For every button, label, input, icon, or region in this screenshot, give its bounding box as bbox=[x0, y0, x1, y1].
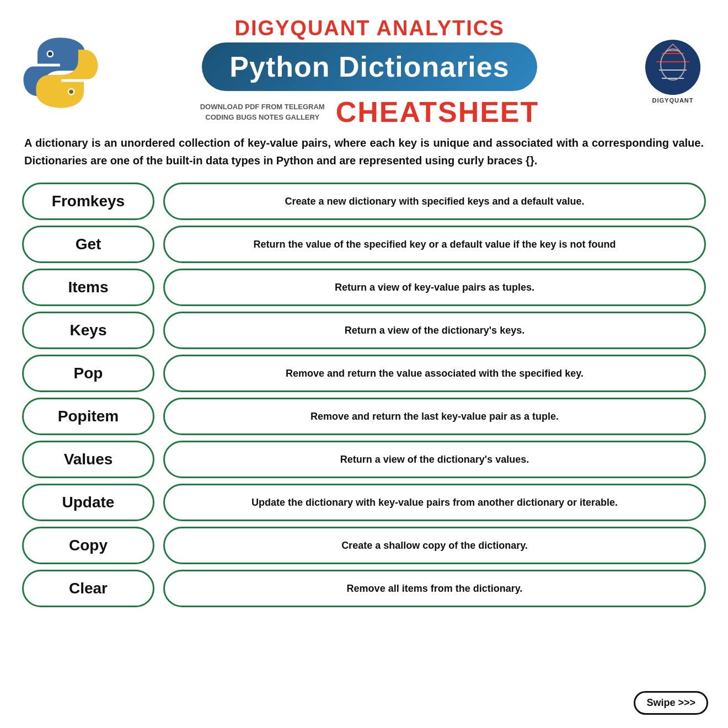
method-name-label: Values bbox=[64, 451, 113, 468]
method-desc-label: Remove and return the value associated w… bbox=[286, 368, 584, 379]
method-desc-pill: Create a new dictionary with specified k… bbox=[163, 183, 706, 220]
method-desc-pill: Create a shallow copy of the dictionary. bbox=[163, 527, 706, 564]
method-name-label: Keys bbox=[70, 322, 107, 339]
method-name-pill[interactable]: Get bbox=[22, 226, 154, 263]
method-row: ValuesReturn a view of the dictionary's … bbox=[22, 441, 706, 478]
method-desc-pill: Return a view of the dictionary's keys. bbox=[163, 312, 706, 349]
method-desc-pill: Remove and return the last key-value pai… bbox=[163, 398, 706, 435]
method-row: FromkeysCreate a new dictionary with spe… bbox=[22, 183, 706, 220]
method-desc-label: Return a view of the dictionary's keys. bbox=[345, 325, 524, 336]
method-desc-label: Return a view of the dictionary's values… bbox=[340, 454, 529, 465]
method-desc-pill: Return a view of key-value pairs as tupl… bbox=[163, 269, 706, 306]
method-name-label: Get bbox=[76, 235, 101, 253]
method-name-label: Pop bbox=[74, 365, 103, 382]
method-desc-label: Create a new dictionary with specified k… bbox=[285, 196, 584, 207]
method-row: ClearRemove all items from the dictionar… bbox=[22, 570, 706, 607]
method-name-label: Update bbox=[62, 494, 115, 511]
method-row: GetReturn the value of the specified key… bbox=[22, 226, 706, 263]
method-name-pill[interactable]: Items bbox=[22, 269, 154, 306]
method-desc-label: Remove and return the last key-value pai… bbox=[311, 411, 559, 422]
method-row: PopitemRemove and return the last key-va… bbox=[22, 398, 706, 435]
method-desc-pill: Remove and return the value associated w… bbox=[163, 355, 706, 392]
cheatsheet-title: CHEATSHEET bbox=[336, 95, 539, 129]
method-desc-pill: Update the dictionary with key-value pai… bbox=[163, 484, 706, 521]
pill-title: Python Dictionaries bbox=[202, 42, 537, 91]
method-name-pill[interactable]: Keys bbox=[22, 312, 154, 349]
method-name-label: Popitem bbox=[58, 408, 119, 425]
method-desc-pill: Return a view of the dictionary's values… bbox=[163, 441, 706, 478]
svg-point-3 bbox=[69, 89, 73, 94]
digyquant-logo: DIGYQUANT bbox=[640, 40, 706, 106]
method-name-pill[interactable]: Clear bbox=[22, 570, 154, 607]
description: A dictionary is an unordered collection … bbox=[22, 134, 706, 169]
sub-header: DOWNLOAD PDF FROM TELEGRAM CODING BUGS N… bbox=[200, 95, 539, 129]
method-desc-pill: Remove all items from the dictionary. bbox=[163, 570, 706, 607]
brand-title: DIGYQUANT ANALYTICS bbox=[234, 17, 504, 40]
svg-point-4 bbox=[645, 40, 700, 95]
method-row: ItemsReturn a view of key-value pairs as… bbox=[22, 269, 706, 306]
method-name-pill[interactable]: Pop bbox=[22, 355, 154, 392]
dq-circle bbox=[645, 40, 700, 95]
header-center: DIGYQUANT ANALYTICS Python Dictionaries … bbox=[99, 17, 640, 129]
method-desc-label: Create a shallow copy of the dictionary. bbox=[341, 540, 528, 552]
swipe-button[interactable]: Swipe >>> bbox=[634, 691, 708, 715]
method-desc-label: Remove all items from the dictionary. bbox=[347, 583, 523, 595]
method-row: KeysReturn a view of the dictionary's ke… bbox=[22, 312, 706, 349]
method-desc-label: Return the value of the specified key or… bbox=[253, 239, 615, 250]
download-text: DOWNLOAD PDF FROM TELEGRAM CODING BUGS N… bbox=[200, 101, 325, 123]
header: DIGYQUANT ANALYTICS Python Dictionaries … bbox=[22, 17, 706, 129]
dq-label: DIGYQUANT bbox=[652, 97, 694, 104]
method-name-pill[interactable]: Popitem bbox=[22, 398, 154, 435]
method-row: CopyCreate a shallow copy of the diction… bbox=[22, 527, 706, 564]
svg-point-1 bbox=[48, 51, 52, 56]
method-desc-label: Update the dictionary with key-value pai… bbox=[251, 497, 618, 508]
method-name-pill[interactable]: Update bbox=[22, 484, 154, 521]
method-name-pill[interactable]: Values bbox=[22, 441, 154, 478]
method-name-label: Clear bbox=[69, 580, 108, 597]
methods-grid: FromkeysCreate a new dictionary with spe… bbox=[22, 183, 706, 711]
method-row: UpdateUpdate the dictionary with key-val… bbox=[22, 484, 706, 521]
method-desc-pill: Return the value of the specified key or… bbox=[163, 226, 706, 263]
method-name-pill[interactable]: Fromkeys bbox=[22, 183, 154, 220]
page-wrapper: DIGYQUANT ANALYTICS Python Dictionaries … bbox=[0, 0, 728, 728]
method-name-label: Copy bbox=[69, 537, 108, 554]
method-row: PopRemove and return the value associate… bbox=[22, 355, 706, 392]
method-name-pill[interactable]: Copy bbox=[22, 527, 154, 564]
method-desc-label: Return a view of key-value pairs as tupl… bbox=[335, 282, 534, 293]
python-logo bbox=[22, 34, 99, 111]
method-name-label: Fromkeys bbox=[52, 192, 125, 210]
method-name-label: Items bbox=[68, 279, 108, 296]
